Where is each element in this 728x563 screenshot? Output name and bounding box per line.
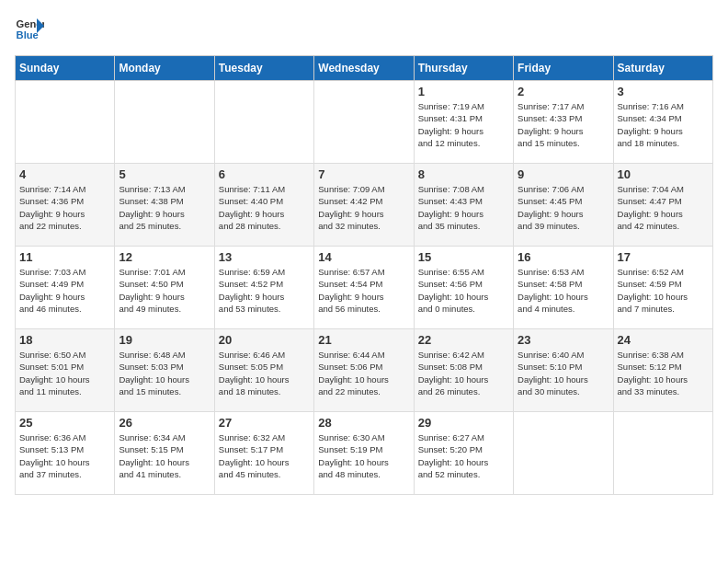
- calendar-week-row: 4Sunrise: 7:14 AM Sunset: 4:36 PM Daylig…: [16, 164, 713, 247]
- day-info: Sunrise: 7:11 AM Sunset: 4:40 PM Dayligh…: [219, 183, 310, 232]
- calendar-cell: [514, 412, 613, 495]
- svg-text:Blue: Blue: [17, 29, 39, 40]
- day-number: 28: [318, 416, 409, 430]
- calendar-cell: 8Sunrise: 7:08 AM Sunset: 4:43 PM Daylig…: [414, 164, 513, 247]
- day-number: 3: [618, 85, 709, 98]
- day-number: 6: [219, 167, 310, 181]
- calendar-cell: 11Sunrise: 7:03 AM Sunset: 4:49 PM Dayli…: [16, 247, 115, 329]
- day-info: Sunrise: 6:53 AM Sunset: 4:58 PM Dayligh…: [518, 266, 609, 315]
- day-info: Sunrise: 7:16 AM Sunset: 4:34 PM Dayligh…: [618, 100, 709, 149]
- day-number: 9: [518, 167, 609, 181]
- day-info: Sunrise: 6:44 AM Sunset: 5:06 PM Dayligh…: [318, 349, 409, 397]
- day-number: 17: [618, 250, 709, 264]
- calendar-cell: 20Sunrise: 6:46 AM Sunset: 5:05 PM Dayli…: [214, 329, 313, 412]
- day-info: Sunrise: 7:08 AM Sunset: 4:43 PM Dayligh…: [418, 183, 509, 232]
- calendar-cell: 3Sunrise: 7:16 AM Sunset: 4:34 PM Daylig…: [613, 81, 712, 164]
- day-info: Sunrise: 7:17 AM Sunset: 4:33 PM Dayligh…: [518, 100, 609, 149]
- weekday-header-thursday: Thursday: [414, 56, 513, 81]
- day-info: Sunrise: 6:46 AM Sunset: 5:05 PM Dayligh…: [219, 349, 310, 397]
- calendar-week-row: 18Sunrise: 6:50 AM Sunset: 5:01 PM Dayli…: [16, 329, 713, 412]
- calendar-cell: 27Sunrise: 6:32 AM Sunset: 5:17 PM Dayli…: [214, 412, 313, 495]
- day-number: 1: [418, 85, 509, 98]
- calendar-cell: 23Sunrise: 6:40 AM Sunset: 5:10 PM Dayli…: [514, 329, 613, 412]
- weekday-header-sunday: Sunday: [16, 56, 115, 81]
- day-number: 11: [19, 250, 110, 264]
- calendar-cell: 14Sunrise: 6:57 AM Sunset: 4:54 PM Dayli…: [314, 247, 414, 329]
- weekday-header-row: SundayMondayTuesdayWednesdayThursdayFrid…: [16, 56, 713, 81]
- day-info: Sunrise: 6:34 AM Sunset: 5:15 PM Dayligh…: [119, 431, 210, 480]
- calendar-cell: 13Sunrise: 6:59 AM Sunset: 4:52 PM Dayli…: [214, 247, 313, 329]
- day-number: 23: [518, 333, 609, 347]
- calendar-cell: 17Sunrise: 6:52 AM Sunset: 4:59 PM Dayli…: [613, 247, 712, 329]
- day-number: 10: [618, 167, 709, 181]
- calendar-table: SundayMondayTuesdayWednesdayThursdayFrid…: [15, 55, 713, 495]
- calendar-cell: 21Sunrise: 6:44 AM Sunset: 5:06 PM Dayli…: [314, 329, 414, 412]
- day-number: 12: [119, 250, 210, 264]
- day-number: 16: [518, 250, 609, 264]
- day-number: 13: [219, 250, 310, 264]
- day-info: Sunrise: 6:48 AM Sunset: 5:03 PM Dayligh…: [119, 349, 210, 397]
- logo: General Blue: [15, 15, 44, 44]
- weekday-header-saturday: Saturday: [613, 56, 712, 81]
- day-number: 18: [19, 333, 110, 347]
- day-info: Sunrise: 7:13 AM Sunset: 4:38 PM Dayligh…: [119, 183, 210, 232]
- calendar-cell: 2Sunrise: 7:17 AM Sunset: 4:33 PM Daylig…: [514, 81, 613, 164]
- calendar-cell: 25Sunrise: 6:36 AM Sunset: 5:13 PM Dayli…: [16, 412, 115, 495]
- day-info: Sunrise: 6:42 AM Sunset: 5:08 PM Dayligh…: [418, 349, 509, 397]
- day-info: Sunrise: 7:19 AM Sunset: 4:31 PM Dayligh…: [418, 100, 509, 149]
- weekday-header-monday: Monday: [115, 56, 214, 81]
- weekday-header-friday: Friday: [514, 56, 613, 81]
- day-info: Sunrise: 6:32 AM Sunset: 5:17 PM Dayligh…: [219, 431, 310, 480]
- calendar-cell: 5Sunrise: 7:13 AM Sunset: 4:38 PM Daylig…: [115, 164, 214, 247]
- calendar-cell: [314, 81, 414, 164]
- logo-icon: General Blue: [15, 15, 44, 44]
- day-number: 26: [119, 416, 210, 430]
- day-info: Sunrise: 6:55 AM Sunset: 4:56 PM Dayligh…: [418, 266, 509, 315]
- calendar-cell: 26Sunrise: 6:34 AM Sunset: 5:15 PM Dayli…: [115, 412, 214, 495]
- day-number: 19: [119, 333, 210, 347]
- calendar-cell: 7Sunrise: 7:09 AM Sunset: 4:42 PM Daylig…: [314, 164, 414, 247]
- calendar-cell: [16, 81, 115, 164]
- calendar-cell: 19Sunrise: 6:48 AM Sunset: 5:03 PM Dayli…: [115, 329, 214, 412]
- day-number: 25: [19, 416, 110, 430]
- calendar-cell: 4Sunrise: 7:14 AM Sunset: 4:36 PM Daylig…: [16, 164, 115, 247]
- day-number: 4: [19, 167, 110, 181]
- day-info: Sunrise: 6:38 AM Sunset: 5:12 PM Dayligh…: [618, 349, 709, 397]
- day-info: Sunrise: 7:03 AM Sunset: 4:49 PM Dayligh…: [19, 266, 110, 315]
- calendar-cell: 10Sunrise: 7:04 AM Sunset: 4:47 PM Dayli…: [613, 164, 712, 247]
- day-info: Sunrise: 7:04 AM Sunset: 4:47 PM Dayligh…: [618, 183, 709, 232]
- calendar-cell: 18Sunrise: 6:50 AM Sunset: 5:01 PM Dayli…: [16, 329, 115, 412]
- day-info: Sunrise: 6:30 AM Sunset: 5:19 PM Dayligh…: [318, 431, 409, 480]
- day-info: Sunrise: 6:52 AM Sunset: 4:59 PM Dayligh…: [618, 266, 709, 315]
- day-number: 29: [418, 416, 509, 430]
- day-info: Sunrise: 6:59 AM Sunset: 4:52 PM Dayligh…: [219, 266, 310, 315]
- day-info: Sunrise: 7:01 AM Sunset: 4:50 PM Dayligh…: [119, 266, 210, 315]
- day-number: 20: [219, 333, 310, 347]
- page-header: General Blue: [15, 15, 713, 44]
- calendar-week-row: 1Sunrise: 7:19 AM Sunset: 4:31 PM Daylig…: [16, 81, 713, 164]
- weekday-header-tuesday: Tuesday: [214, 56, 313, 81]
- calendar-cell: 1Sunrise: 7:19 AM Sunset: 4:31 PM Daylig…: [414, 81, 513, 164]
- weekday-header-wednesday: Wednesday: [314, 56, 414, 81]
- calendar-week-row: 25Sunrise: 6:36 AM Sunset: 5:13 PM Dayli…: [16, 412, 713, 495]
- calendar-cell: 29Sunrise: 6:27 AM Sunset: 5:20 PM Dayli…: [414, 412, 513, 495]
- day-info: Sunrise: 7:06 AM Sunset: 4:45 PM Dayligh…: [518, 183, 609, 232]
- day-number: 5: [119, 167, 210, 181]
- calendar-cell: 24Sunrise: 6:38 AM Sunset: 5:12 PM Dayli…: [613, 329, 712, 412]
- day-info: Sunrise: 6:40 AM Sunset: 5:10 PM Dayligh…: [518, 349, 609, 397]
- calendar-cell: [115, 81, 214, 164]
- calendar-week-row: 11Sunrise: 7:03 AM Sunset: 4:49 PM Dayli…: [16, 247, 713, 329]
- calendar-cell: 9Sunrise: 7:06 AM Sunset: 4:45 PM Daylig…: [514, 164, 613, 247]
- calendar-cell: 16Sunrise: 6:53 AM Sunset: 4:58 PM Dayli…: [514, 247, 613, 329]
- calendar-cell: 28Sunrise: 6:30 AM Sunset: 5:19 PM Dayli…: [314, 412, 414, 495]
- day-info: Sunrise: 6:57 AM Sunset: 4:54 PM Dayligh…: [318, 266, 409, 315]
- calendar-cell: 22Sunrise: 6:42 AM Sunset: 5:08 PM Dayli…: [414, 329, 513, 412]
- calendar-cell: 12Sunrise: 7:01 AM Sunset: 4:50 PM Dayli…: [115, 247, 214, 329]
- day-info: Sunrise: 7:09 AM Sunset: 4:42 PM Dayligh…: [318, 183, 409, 232]
- day-number: 14: [318, 250, 409, 264]
- day-number: 27: [219, 416, 310, 430]
- day-info: Sunrise: 6:36 AM Sunset: 5:13 PM Dayligh…: [19, 431, 110, 480]
- day-number: 21: [318, 333, 409, 347]
- calendar-cell: [214, 81, 313, 164]
- calendar-cell: 15Sunrise: 6:55 AM Sunset: 4:56 PM Dayli…: [414, 247, 513, 329]
